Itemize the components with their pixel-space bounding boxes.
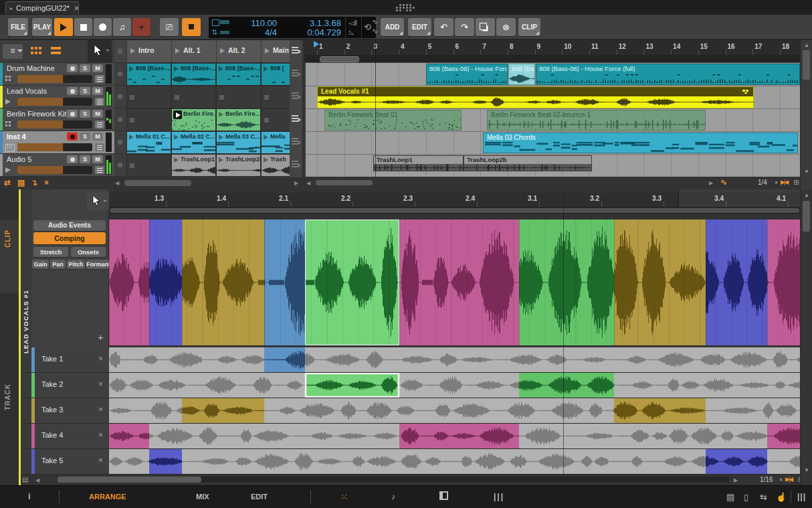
punch-icon[interactable]: ◺ [349,29,354,35]
swing-lower-icon[interactable]: ∿ [372,27,378,35]
clip-slot[interactable]: 808 (Bass-... [216,63,260,85]
take-list-item[interactable]: Take 4× [31,424,109,448]
clip-slot[interactable]: 808 (Bass-... [171,63,215,85]
track-row[interactable]: Inst 4SM [0,131,114,153]
clip-play-icon[interactable] [129,135,134,140]
clip-play-icon[interactable] [219,157,223,163]
audio-events-button[interactable]: Audio Events [33,220,106,231]
solo-button[interactable]: S [80,155,90,163]
clip-slot[interactable]: 808 ( [261,63,290,85]
comping-button[interactable]: Comping [33,232,106,244]
clip-play-icon[interactable] [219,135,223,140]
overview-icon[interactable]: ▤ [17,178,25,187]
play-start-marker[interactable] [314,41,319,48]
clear-icon[interactable]: × [44,178,49,187]
arranger-tool-button[interactable] [88,40,112,62]
track-layout-button[interactable]: ≡ [3,44,23,59]
grid-chevron-icon[interactable]: ▲ [774,179,779,184]
arranger-zoom-strip[interactable] [304,55,800,62]
track-menu-button[interactable] [95,98,104,106]
scroll-right-icon[interactable]: ▶ [734,477,738,483]
controllers-icon[interactable]: ♪ [391,492,395,501]
clip-stop-cell[interactable] [114,86,126,108]
tab-mix[interactable]: MIX [196,493,209,501]
clip-slot[interactable]: Mella 02 C... [171,131,215,153]
loop-icon[interactable]: ⟲ [364,22,371,32]
clip-slot[interactable] [126,154,171,176]
arranger-clip[interactable]: Berlin Firework Beat 01 [324,110,462,131]
clip-play-icon[interactable] [174,135,179,140]
clip-slot[interactable] [126,86,171,108]
editor-vscroll-handle[interactable] [803,201,810,232]
clip-play-icon[interactable] [219,66,223,72]
editor-tool-button[interactable] [87,192,109,210]
row-menu-icon[interactable] [292,115,300,123]
solo-button[interactable]: S [80,87,90,95]
scroll-left-icon[interactable]: ◀ [115,180,119,186]
grid-value-arranger[interactable]: 1/4 [758,179,767,186]
track-row[interactable]: Audio 5SM [0,154,114,176]
clip-slot[interactable]: TrashLoop2b [216,154,260,176]
scene-play-icon[interactable] [265,48,270,54]
file-button[interactable]: FILE [8,18,28,36]
arranger-clip[interactable]: 808 (Bass-08) - House Force (full) [536,64,800,85]
scene-header[interactable]: Main [261,40,290,62]
grid-chevron-icon[interactable]: ▲ [779,477,783,481]
fill-mode-button[interactable] [182,18,201,36]
clip-play-icon[interactable] [264,135,268,140]
scene-list-icon[interactable] [51,47,62,55]
grid-value-editor[interactable]: 1/16 [760,476,773,483]
clip-slot[interactable] [126,108,171,131]
add-button[interactable]: ADD [381,18,404,36]
delete-button[interactable]: ⊗ [496,18,516,36]
launcher-hscroll-handle[interactable] [124,180,191,186]
clip-slot[interactable] [216,86,260,108]
scroll-down-icon[interactable]: ▼ [804,467,809,473]
track-row[interactable]: Lead VocalsSM [0,86,114,108]
volume-fader[interactable] [17,98,92,106]
clip-button[interactable]: CLIP [518,18,540,36]
snap-icon[interactable]: ▶|◀ [785,476,792,483]
loop-brace-icon[interactable] [212,19,219,26]
editor-zoom-handle[interactable] [110,208,799,213]
follow-icon[interactable]: ↴ [31,178,37,187]
clip-slot[interactable]: 808 (Bass-... [126,63,171,85]
scroll-up-icon[interactable]: ▲ [804,42,809,48]
track-menu-button[interactable] [95,143,104,151]
solo-button[interactable]: S [80,110,90,118]
scene-header[interactable]: Intro [126,40,171,62]
take-list-item[interactable]: Take 3× [31,398,109,423]
volume-fader[interactable] [17,120,92,129]
io-panel-icon[interactable]: ⇆ [760,492,767,502]
solo-button[interactable]: S [80,64,90,72]
take-lane[interactable] [109,424,800,448]
arranger-clip[interactable]: TrashLoop1 [373,155,464,171]
track-menu-button[interactable] [95,166,104,174]
launcher-grid-icon[interactable] [31,47,41,55]
clip-slot[interactable]: Berlin Fire... [216,108,260,131]
take-lane[interactable] [109,347,800,372]
adaptive-grid-icon[interactable]: ⊞ [793,178,799,187]
scroll-left-icon[interactable]: ◀ [35,477,39,483]
take-lane[interactable] [109,449,800,474]
automation-follow-icon[interactable]: ∿ [720,177,727,187]
clip-play-icon[interactable] [174,66,179,72]
touch-icon[interactable]: ☝ [776,492,787,502]
clip-play-icon[interactable] [264,157,268,163]
pre-roll-icon[interactable]: ◅‖ [348,19,357,27]
clip-play-icon[interactable] [264,66,268,72]
swing-upper-icon[interactable]: ∿ [372,17,378,26]
gain-button[interactable]: Gain [32,260,49,269]
clip-slot[interactable]: Mella 03 C... [216,131,260,153]
mixer-panel-icon[interactable]: ||| [797,492,806,501]
volume-fader[interactable] [17,166,92,174]
take-remove-icon[interactable]: × [98,456,103,465]
take-remove-icon[interactable]: × [98,430,103,440]
take-remove-icon[interactable]: × [98,354,103,363]
io-routing-icon[interactable]: ⇄ [4,178,11,187]
clip-stop-cell[interactable] [114,63,126,85]
dual-panel-icon[interactable] [439,491,448,500]
arranger-clip[interactable]: 808 (Bas [508,64,535,85]
groove-button[interactable]: ♫ [113,18,131,36]
track-row[interactable]: Drum MachineSM [0,63,114,85]
